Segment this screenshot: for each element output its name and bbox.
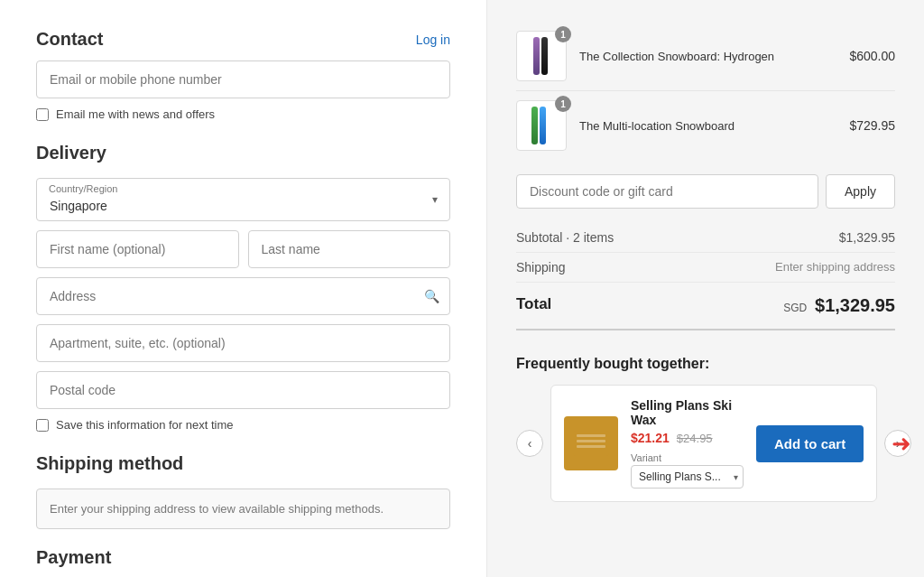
login-link[interactable]: Log in — [416, 33, 450, 47]
total-row: Total SGD $1,329.95 — [516, 283, 895, 330]
last-name-input[interactable] — [248, 230, 451, 268]
subtotal-row: Subtotal · 2 items $1,329.95 — [516, 223, 895, 253]
item-name-hydrogen: The Collection Snowboard: Hydrogen — [579, 50, 836, 63]
arrow-annotation: ➜ — [892, 432, 911, 455]
apply-button[interactable]: Apply — [826, 174, 895, 209]
fbt-original-price: $24.95 — [677, 432, 713, 445]
left-panel: Contact Log in Email me with news and of… — [0, 0, 487, 577]
address-input[interactable] — [36, 277, 450, 315]
total-label: Total — [516, 295, 551, 316]
first-name-input[interactable] — [36, 230, 239, 268]
country-label: Country/Region — [49, 183, 117, 194]
cart-item: 1 The Collection Snowboard: Hydrogen $60… — [516, 22, 895, 91]
search-icon: 🔍 — [424, 289, 439, 303]
shipping-value: Enter shipping address — [775, 260, 895, 275]
item-quantity-badge: 1 — [555, 26, 571, 42]
total-amount: SGD $1,329.95 — [783, 295, 895, 316]
delivery-title: Delivery — [36, 143, 450, 163]
total-value: $1,329.95 — [815, 295, 895, 315]
contact-title: Contact — [36, 29, 103, 50]
postal-input[interactable] — [36, 371, 450, 409]
discount-row: Apply — [516, 174, 895, 209]
item-name-multilocation: The Multi-location Snowboard — [579, 119, 836, 133]
fbt-title: Frequently bought together: — [516, 356, 895, 372]
fbt-product-info: Selling Plans Ski Wax $21.21 $24.95 Vari… — [631, 398, 744, 489]
save-info-label: Save this information for next time — [56, 418, 234, 432]
shipping-info-box: Enter your shipping address to view avai… — [36, 489, 450, 529]
variant-label: Variant — [631, 452, 744, 463]
discount-input[interactable] — [516, 174, 818, 209]
item-price-multilocation: $729.95 — [849, 118, 895, 133]
fbt-card: Selling Plans Ski Wax $21.21 $24.95 Vari… — [550, 385, 877, 502]
item-image-hydrogen: 1 — [516, 31, 567, 81]
right-panel: 1 The Collection Snowboard: Hydrogen $60… — [487, 0, 924, 577]
variant-select-wrapper: Selling Plans S... ▾ — [631, 465, 744, 489]
shipping-label: Shipping — [516, 260, 566, 275]
fbt-sale-price: $21.21 — [631, 431, 670, 445]
shipping-row: Shipping Enter shipping address — [516, 253, 895, 283]
payment-title: Payment — [36, 547, 450, 568]
shipping-method-title: Shipping method — [36, 453, 450, 474]
total-currency: SGD — [783, 302, 807, 314]
subtotal-value: $1,329.95 — [839, 230, 895, 245]
apartment-input[interactable] — [36, 324, 450, 362]
item-image-multilocation: 1 — [516, 100, 567, 151]
cart-items: 1 The Collection Snowboard: Hydrogen $60… — [516, 22, 895, 160]
fbt-section: Frequently bought together: ‹ Selling Pl… — [516, 356, 895, 502]
email-phone-input[interactable] — [36, 60, 450, 98]
cart-item: 1 The Multi-location Snowboard $729.95 — [516, 91, 895, 160]
fbt-product-image — [564, 416, 618, 470]
fbt-prev-button[interactable]: ‹ — [516, 430, 543, 457]
item-quantity-badge: 1 — [555, 96, 571, 112]
news-offers-label: Email me with news and offers — [56, 107, 215, 121]
fbt-price-row: $21.21 $24.95 — [631, 431, 744, 445]
item-price-hydrogen: $600.00 — [849, 49, 895, 63]
add-to-cart-button[interactable]: Add to cart — [756, 425, 864, 462]
subtotal-label: Subtotal · 2 items — [516, 230, 614, 245]
save-info-checkbox[interactable] — [36, 419, 49, 432]
fbt-product-name: Selling Plans Ski Wax — [631, 398, 744, 427]
variant-select[interactable]: Selling Plans S... — [631, 465, 744, 489]
news-offers-checkbox[interactable] — [36, 108, 49, 121]
country-select-wrapper: Country/Region Singapore ▾ — [36, 178, 450, 221]
